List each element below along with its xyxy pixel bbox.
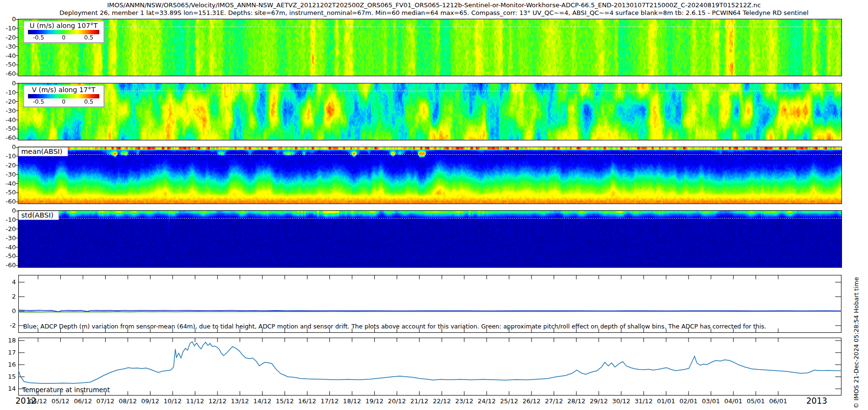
temperature-plot: [18, 338, 841, 396]
x-axis-date-label: 06/12: [72, 397, 94, 405]
depth-tick-mark: [16, 265, 18, 266]
v-colorbar-tick-pos: 0.5: [84, 98, 94, 105]
temperature-label: Temperature at instrument: [22, 386, 110, 394]
x-axis-date-label: 21/12: [408, 397, 431, 405]
v-colorbar: [28, 94, 99, 98]
u-legend-title: U (m/s) along 107°T: [26, 22, 102, 29]
figure-title-deployment-info: Deployment 26, member 1 lat=33.89S lon=1…: [0, 9, 868, 16]
depth-tick-label: 0: [1, 80, 16, 87]
temperature-ytick-label: 15: [1, 373, 16, 380]
x-axis-date-label: 08/12: [117, 397, 139, 405]
mean-absi-label: mean(ABSI): [18, 147, 68, 156]
depth-tick-mark: [16, 138, 18, 138]
depth-tick-label: 0: [1, 207, 16, 214]
depth-tick-mark: [16, 92, 18, 93]
u-colorbar: [28, 30, 99, 34]
depth-tick-label: -10: [1, 216, 16, 223]
panel-mean-absi: mean(ABSI): [18, 147, 841, 204]
x-axis-date-label: 13/12: [229, 397, 251, 405]
x-axis-date-label: 25/12: [498, 397, 520, 405]
adcp-figure: IMOS/ANMN/NSW/ORS065/Velocity/IMOS_ANMN-…: [0, 0, 868, 410]
depth-variation-ytick-label: 0: [1, 307, 16, 314]
depth-tick-label: -30: [1, 43, 16, 50]
depth-tick-mark: [16, 101, 18, 102]
x-axis-date-label: 07/12: [95, 397, 117, 405]
depth-tick-label: -10: [1, 152, 16, 160]
std-absi-label: std(ABSI): [18, 211, 59, 220]
depth-tick-mark: [16, 238, 18, 238]
std-absi-heatmap: [18, 211, 841, 267]
depth-tick-label: 0: [1, 143, 16, 150]
depth-tick-label: -60: [1, 261, 16, 269]
depth-tick-mark: [16, 247, 18, 247]
depth-tick-label: -50: [1, 61, 16, 68]
figure-title-filename: IMOS/ANMN/NSW/ORS065/Velocity/IMOS_ANMN-…: [0, 1, 868, 9]
depth-variation-ytick-label: 2: [1, 293, 16, 300]
x-axis-date-label: 28/12: [565, 397, 587, 405]
depth-variation-ytick-label: -2: [1, 322, 16, 329]
x-axis-date-label: 05/01: [745, 397, 767, 405]
v-velocity-heatmap: [18, 83, 841, 140]
x-axis-date-label: 26/12: [520, 397, 542, 405]
imos-watermark: © IMOS 21-Dec-2024 05:28:54 Hobart time: [853, 277, 860, 409]
depth-tick-mark: [16, 192, 18, 193]
x-axis-date-label: 06/01: [767, 397, 789, 405]
panel-u-velocity: U (m/s) along 107°T -0.5 0 0.5: [18, 19, 841, 76]
panel-depth-variation: Blue: ADCP Depth (m) variation from sens…: [18, 275, 841, 333]
depth-tick-mark: [16, 183, 18, 184]
depth-tick-mark: [16, 129, 18, 129]
panel-std-absi: std(ABSI): [18, 211, 841, 267]
x-axis-date-label: 24/12: [475, 397, 498, 405]
depth-tick-label: -40: [1, 244, 16, 251]
depth-tick-mark: [16, 19, 18, 20]
x-axis-date-label: 05/12: [49, 397, 71, 405]
depth-tick-label: -60: [1, 134, 16, 141]
depth-tick-label: -40: [1, 52, 16, 59]
temperature-ytick-label: 14: [1, 385, 16, 392]
depth-tick-label: -20: [1, 98, 16, 105]
depth-tick-label: -20: [1, 225, 16, 232]
u-colorbar-tick-neg: -0.5: [33, 34, 44, 41]
depth-tick-label: -40: [1, 116, 16, 123]
x-axis-date-label: 17/12: [319, 397, 341, 405]
x-axis-date-label: 11/12: [184, 397, 206, 405]
x-axis-date-label: 20/12: [386, 397, 408, 405]
x-axis-date-label: 19/12: [364, 397, 386, 405]
depth-tick-mark: [16, 55, 18, 56]
depth-variation-note: Blue: ADCP Depth (m) variation from sens…: [23, 323, 766, 330]
x-axis-date-label: 23/12: [453, 397, 475, 405]
depth-tick-label: -50: [1, 189, 16, 196]
temperature-ytick-label: 17: [1, 349, 16, 356]
depth-tick-label: -30: [1, 171, 16, 178]
depth-tick-mark: [16, 74, 18, 74]
x-axis-date-label: 10/12: [162, 397, 184, 405]
depth-tick-label: -30: [1, 234, 16, 242]
panel-temperature: Temperature at instrument: [18, 338, 841, 396]
depth-tick-label: -50: [1, 125, 16, 132]
depth-tick-mark: [16, 83, 18, 84]
depth-tick-mark: [16, 28, 18, 28]
x-axis-date-label: 22/12: [431, 397, 453, 405]
depth-tick-label: -10: [1, 25, 16, 32]
depth-tick-mark: [16, 229, 18, 229]
x-axis-date-label: 29/12: [588, 397, 610, 405]
temperature-ytick-label: 18: [1, 337, 16, 344]
x-axis-date-label: 03/01: [700, 397, 722, 405]
x-axis-date-label: 14/12: [251, 397, 273, 405]
x-axis-year-right: 2013: [806, 396, 827, 406]
depth-tick-label: -10: [1, 89, 16, 96]
u-velocity-heatmap: [18, 19, 841, 76]
x-axis-date-label: 09/12: [139, 397, 162, 405]
depth-tick-mark: [16, 202, 18, 202]
depth-tick-label: -60: [1, 198, 16, 205]
x-axis-date-label: 12/12: [206, 397, 229, 405]
x-axis-date-label: 02/01: [678, 397, 700, 405]
depth-tick-label: -30: [1, 107, 16, 114]
x-axis-date-label: 15/12: [274, 397, 296, 405]
depth-tick-mark: [16, 46, 18, 47]
depth-tick-mark: [16, 65, 18, 65]
depth-variation-ytick-label: 4: [1, 278, 16, 286]
mean-absi-heatmap: [18, 147, 841, 204]
v-colorbar-tick-neg: -0.5: [33, 98, 44, 105]
x-axis-date-label: 18/12: [341, 397, 363, 405]
